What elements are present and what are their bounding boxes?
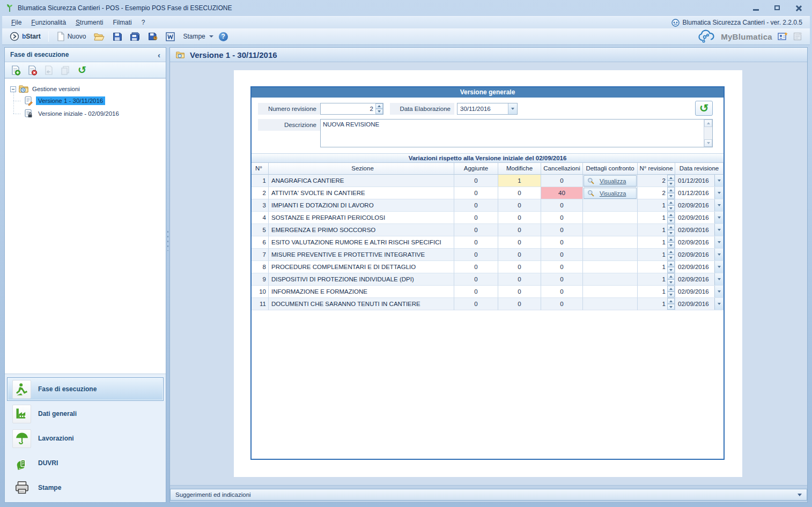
spin-up-button[interactable] [667,236,675,242]
col-header-n[interactable]: N° [252,163,269,175]
nav-fase-di-esecuzione[interactable]: Fase di esecuzione [7,377,164,401]
menu-file[interactable]: File [6,18,26,27]
maximize-button[interactable] [770,4,784,12]
visualizza-button[interactable]: Visualizza [584,175,637,187]
spin-up-button[interactable] [667,286,675,292]
stampe-button[interactable]: Stampe [180,31,216,42]
date-dropdown-button[interactable] [714,286,723,297]
app-version-text: Blumatica Sicurezza Cantieri - ver. 2.2.… [683,19,802,26]
nav-duvri[interactable]: DUVRI [7,451,164,475]
spin-down-button[interactable] [667,255,675,260]
revision-spinner[interactable] [667,298,675,310]
spin-down-button[interactable] [667,193,675,199]
close-button[interactable] [792,4,806,12]
date-dropdown-button[interactable] [714,261,723,273]
spin-down-button[interactable] [667,292,675,297]
date-dropdown-button[interactable] [714,175,723,187]
collapse-panel-button[interactable]: ‹ [158,51,160,59]
date-dropdown-button[interactable] [714,236,723,248]
tree-collapse-icon[interactable] [10,86,16,92]
spin-down-button[interactable] [667,279,675,285]
date-dropdown-button[interactable] [714,273,723,285]
nav-dati-generali[interactable]: Dati generali [7,402,164,426]
revision-spinner[interactable] [667,236,675,248]
spin-up-button[interactable] [375,103,383,109]
tree-root-node[interactable]: Gestione versioni [10,84,163,94]
revision-spinner[interactable] [667,249,675,260]
spin-down-button[interactable] [667,267,675,273]
revision-spinner[interactable] [667,187,675,199]
menu-funzionalita[interactable]: Funzionalità [26,18,71,27]
spin-up-button[interactable] [667,212,675,218]
date-dropdown-button[interactable] [714,187,723,199]
nuovo-button[interactable]: Nuovo [54,30,89,43]
minimize-button[interactable] [749,4,763,12]
spin-up-button[interactable] [667,199,675,205]
add-contact-icon[interactable] [778,32,788,41]
scroll-up-button[interactable] [704,120,712,127]
suggerimenti-bar[interactable]: Suggerimenti ed indicazioni [170,489,807,501]
nav-stampe[interactable]: Stampe [7,476,164,499]
bstart-button[interactable]: bStart [7,30,43,43]
col-header-aggiunte[interactable]: Aggiunte [454,163,498,175]
spin-down-button[interactable] [667,181,675,187]
save-button[interactable] [110,31,124,43]
spin-down-button[interactable] [667,242,675,248]
revision-spinner[interactable] [667,199,675,211]
data-elaborazione-input[interactable] [457,103,508,114]
refresh-tree-button[interactable]: ↻ [76,64,88,76]
open-button[interactable] [91,31,107,42]
spin-up-button[interactable] [667,273,675,279]
spin-down-button[interactable] [667,218,675,223]
date-dropdown-button[interactable] [508,103,517,114]
scroll-down-button[interactable] [704,139,712,147]
menu-help[interactable]: ? [137,18,150,27]
spin-up-button[interactable] [667,224,675,230]
col-header-sezione[interactable]: Sezione [269,163,454,175]
delete-version-button[interactable] [26,64,38,76]
visualizza-button[interactable]: Visualizza [584,188,637,199]
menu-strumenti[interactable]: Strumenti [71,18,108,27]
tree-item-versione-iniziale[interactable]: Versione iniziale - 02/09/2016 [24,107,163,120]
tree-item-versione-1[interactable]: Versione 1 - 30/11/2016 [24,94,163,107]
add-version-button[interactable] [10,64,21,76]
date-dropdown-button[interactable] [714,212,723,223]
textarea-scrollbar[interactable] [704,120,712,147]
menu-filmati[interactable]: Filmati [108,18,136,27]
date-dropdown-button[interactable] [714,199,723,211]
nav-lavorazioni[interactable]: Lavorazioni [7,427,164,450]
spin-up-button[interactable] [667,261,675,267]
spin-up-button[interactable] [667,249,675,255]
col-header-cancellazioni[interactable]: Cancellazioni [541,163,583,175]
word-export-button[interactable] [163,31,178,43]
col-header-data-revisione[interactable]: Data revisione [675,163,724,175]
spin-up-button[interactable] [667,298,675,304]
numero-revisione-input[interactable] [321,103,375,114]
spin-down-button[interactable] [667,230,675,236]
spin-down-button[interactable] [667,205,675,211]
refresh-version-button[interactable]: ↻ [695,101,713,116]
revision-spinner[interactable] [667,261,675,273]
spin-up-button[interactable] [667,175,675,181]
save-user-button[interactable] [145,31,160,43]
revision-spinner[interactable] [667,175,675,187]
revision-spinner[interactable] [667,212,675,223]
col-header-modifiche[interactable]: Modifiche [498,163,541,175]
spin-down-button[interactable] [375,109,383,114]
date-dropdown-button[interactable] [714,298,723,310]
revision-spinner[interactable] [667,224,675,236]
date-dropdown-button[interactable] [714,224,723,236]
revision-spinner[interactable] [667,273,675,285]
date-dropdown-button[interactable] [714,249,723,260]
spin-up-button[interactable] [667,187,675,193]
myblumatica-label[interactable]: MyBlumatica [721,32,772,41]
save-all-button[interactable] [127,31,143,43]
panel-splitter[interactable] [166,47,169,503]
descrizione-textarea[interactable]: NUOVA REVISIONE [321,120,704,147]
col-header-revisione[interactable]: N° revisione [638,163,675,175]
revision-spinner[interactable] [667,286,675,297]
col-header-dettagli[interactable]: Dettagli confronto [583,163,638,175]
help-icon[interactable]: ? [219,32,228,41]
table-row: 4 SOSTANZE E PREPARATI PERICOLOSI 0 0 0 … [252,212,724,224]
spin-down-button[interactable] [667,304,675,310]
